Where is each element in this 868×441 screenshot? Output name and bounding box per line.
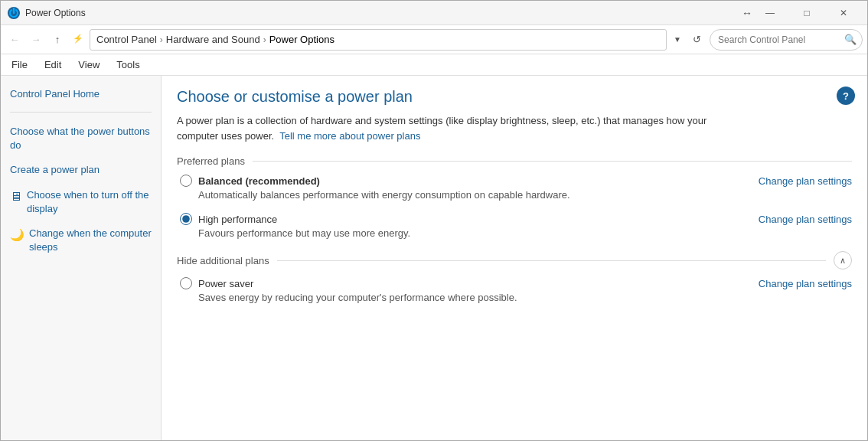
plan-high-performance-label[interactable]: High performance — [180, 213, 277, 225]
additional-plans-label: Hide additional plans — [177, 255, 269, 266]
plan-balanced-change-link[interactable]: Change plan settings — [759, 175, 852, 187]
sidebar-sleep[interactable]: 🌙 Change when the computer sleeps — [10, 225, 152, 256]
maximize-button[interactable]: □ — [789, 2, 824, 24]
plan-power-saver: Power saver Change plan settings Saves e… — [177, 277, 852, 303]
sidebar-sleep-label: Change when the computer sleeps — [29, 227, 152, 254]
additional-plans-header: Hide additional plans ∧ — [177, 251, 852, 270]
page-desc-text: A power plan is a collection of hardware… — [177, 115, 706, 142]
moon-icon: 🌙 — [10, 227, 24, 243]
close-button[interactable]: ✕ — [826, 2, 861, 24]
plan-balanced-row: Balanced (recommended) Change plan setti… — [180, 175, 852, 187]
back-button[interactable]: ← — [5, 31, 24, 49]
breadcrumb-power-options[interactable]: Power Options — [269, 34, 334, 45]
plan-balanced-name: Balanced (recommended) — [198, 175, 320, 187]
sidebar: Control Panel Home Choose what the power… — [1, 76, 162, 440]
collapse-additional-plans-button[interactable]: ∧ — [834, 251, 852, 270]
page-description: A power plan is a collection of hardware… — [177, 113, 743, 143]
plan-balanced-radio[interactable] — [180, 175, 192, 187]
sidebar-divider-1 — [10, 112, 152, 113]
plan-high-performance-row: High performance Change plan settings — [180, 213, 852, 225]
sidebar-create-plan[interactable]: Create a power plan — [10, 162, 152, 178]
breadcrumb-control-panel-label[interactable]: Control Panel — [96, 34, 157, 45]
svg-text:⚡: ⚡ — [73, 33, 83, 44]
additional-plans-line — [277, 260, 826, 261]
plan-high-performance-name: High performance — [198, 214, 277, 225]
search-wrapper: 🔍 — [710, 29, 863, 51]
plan-power-saver-radio[interactable] — [180, 277, 192, 289]
menu-tools[interactable]: Tools — [109, 57, 147, 72]
up-button[interactable]: ↑ — [48, 31, 67, 49]
plan-balanced: Balanced (recommended) Change plan setti… — [177, 175, 852, 201]
preferred-plans-label: Preferred plans — [177, 155, 245, 167]
window-title: Power Options — [25, 8, 436, 18]
search-input[interactable] — [710, 29, 863, 51]
page-title: Choose or customise a power plan — [177, 88, 852, 106]
plan-power-saver-row: Power saver Change plan settings — [180, 277, 852, 289]
help-button[interactable]: ? — [837, 87, 855, 105]
menu-edit[interactable]: Edit — [37, 57, 69, 72]
sidebar-turn-off-display[interactable]: 🖥 Choose when to turn off the display — [10, 187, 152, 217]
menu-bar: File Edit View Tools — [1, 54, 867, 76]
forward-button[interactable]: → — [27, 31, 45, 49]
plan-high-performance-desc: Favours performance but may use more ene… — [198, 227, 852, 239]
menu-file[interactable]: File — [4, 57, 35, 72]
preferred-plans-section: Preferred plans Balanced (recommended) C… — [177, 155, 852, 239]
plan-power-saver-desc: Saves energy by reducing your computer's… — [198, 292, 852, 303]
minimize-button[interactable]: — — [752, 2, 788, 24]
app-icon — [7, 6, 21, 20]
plan-high-performance-radio[interactable] — [180, 213, 192, 225]
refresh-button[interactable]: ↺ — [687, 30, 706, 50]
plan-high-performance-change-link[interactable]: Change plan settings — [759, 214, 852, 225]
menu-view[interactable]: View — [70, 57, 107, 72]
title-bar: Power Options ↔ — □ ✕ — [1, 1, 867, 25]
monitor-icon: 🖥 — [10, 188, 22, 205]
preferred-plans-header: Preferred plans — [177, 155, 852, 167]
sidebar-home[interactable]: Control Panel Home — [10, 87, 152, 101]
plan-balanced-label[interactable]: Balanced (recommended) — [180, 175, 320, 187]
plan-power-saver-label[interactable]: Power saver — [180, 277, 253, 289]
breadcrumb-sep-1: › — [160, 34, 163, 45]
sidebar-turn-off-display-label: Choose when to turn off the display — [27, 188, 152, 216]
sidebar-power-buttons[interactable]: Choose what the power buttons do — [10, 123, 152, 154]
plan-power-saver-change-link[interactable]: Change plan settings — [759, 278, 852, 289]
additional-plans-section: Hide additional plans ∧ Power saver Chan… — [177, 251, 852, 303]
preferred-plans-line — [253, 161, 852, 162]
breadcrumb-dropdown: ▼ ↺ — [670, 29, 706, 51]
breadcrumb-dropdown-button[interactable]: ▼ — [670, 29, 685, 51]
plan-balanced-desc: Automatically balances performance with … — [198, 189, 852, 201]
plan-high-performance: High performance Change plan settings Fa… — [177, 213, 852, 239]
window-controls: — □ ✕ — [752, 2, 861, 24]
learn-more-link[interactable]: Tell me more about power plans — [279, 130, 420, 142]
window: Power Options ↔ — □ ✕ ← → ↑ ⚡ Choose or … — [0, 0, 868, 441]
plan-power-saver-name: Power saver — [198, 278, 253, 289]
main-content: ? Choose or customise a power plan A pow… — [162, 76, 867, 440]
breadcrumb-sep-2: › — [263, 34, 266, 45]
breadcrumb-path[interactable]: Choose or customise a power plan Control… — [90, 29, 667, 51]
resize-icon: ↔ — [742, 7, 752, 19]
breadcrumb-hardware-sound[interactable]: Hardware and Sound — [166, 34, 260, 45]
breadcrumb-folder-icon: ⚡ — [71, 31, 85, 47]
breadcrumb-bar: ← → ↑ ⚡ Choose or customise a power plan… — [1, 25, 867, 54]
content-area: Control Panel Home Choose what the power… — [1, 76, 867, 440]
